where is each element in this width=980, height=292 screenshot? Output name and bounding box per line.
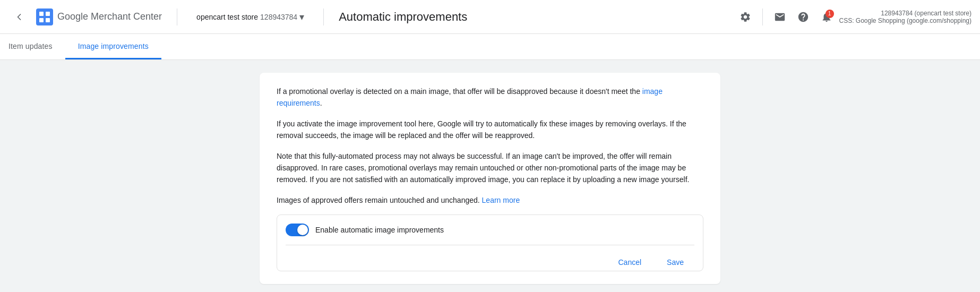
action-row: Cancel Save [286, 245, 694, 271]
chevron-down-icon: ▾ [299, 11, 304, 23]
content-card: If a promotional overlay is detected on … [260, 73, 720, 284]
paragraph-1-end: . [320, 99, 322, 107]
tabs-bar: Item updates Image improvements [0, 34, 980, 60]
account-info: 128943784 (opencart test store) CSS: Goo… [839, 10, 972, 24]
tab-item-updates[interactable]: Item updates [0, 34, 65, 59]
store-selector[interactable]: opencart test store 128943784 ▾ [192, 9, 308, 25]
header-right: 1 128943784 (opencart test store) CSS: G… [735, 6, 972, 28]
svg-rect-0 [36, 8, 53, 25]
learn-more-link[interactable]: Learn more [482, 196, 520, 204]
main-content: If a promotional overlay is detected on … [251, 60, 729, 292]
notifications-button[interactable]: 1 [816, 6, 837, 28]
paragraph-3: Note that this fully-automated process m… [277, 150, 703, 186]
tab-image-improvements-label: Image improvements [78, 42, 149, 50]
tab-item-updates-label: Item updates [8, 42, 53, 50]
google-merchant-logo-icon [36, 8, 53, 25]
store-name: opencart test store [196, 13, 258, 21]
store-id: 128943784 [260, 13, 297, 21]
settings-button[interactable] [735, 6, 756, 28]
header-divider-1 [177, 8, 177, 25]
header: Google Merchant Center opencart test sto… [0, 0, 980, 34]
paragraph-1: If a promotional overlay is detected on … [277, 85, 703, 109]
logo-area[interactable]: Google Merchant Center [36, 8, 162, 25]
svg-rect-3 [39, 18, 44, 22]
save-button[interactable]: Save [656, 254, 694, 271]
header-icon-divider [762, 8, 763, 25]
help-button[interactable] [793, 6, 814, 28]
paragraph-4: Images of approved offers remain untouch… [277, 194, 703, 206]
account-line2: CSS: Google Shopping (google.com/shoppin… [839, 17, 972, 24]
page-title: Automatic improvements [339, 10, 467, 24]
toggle-card: Enable automatic image improvements Canc… [277, 214, 703, 271]
account-line1: 128943784 (opencart test store) [839, 10, 972, 17]
logo-text: Google Merchant Center [57, 11, 162, 22]
mail-button[interactable] [769, 6, 790, 28]
paragraph-2: If you activate the image improvement to… [277, 118, 703, 142]
paragraph-1-text: If a promotional overlay is detected on … [277, 87, 642, 96]
svg-rect-2 [46, 12, 50, 16]
svg-rect-4 [46, 18, 50, 22]
toggle-row: Enable automatic image improvements [286, 215, 694, 245]
paragraph-4-text: Images of approved offers remain untouch… [277, 196, 482, 204]
notification-count: 1 [826, 10, 834, 18]
back-button[interactable] [8, 6, 30, 28]
svg-rect-1 [39, 12, 44, 16]
cancel-button[interactable]: Cancel [607, 254, 652, 271]
tab-image-improvements[interactable]: Image improvements [65, 34, 161, 59]
auto-image-improvements-toggle[interactable] [286, 224, 309, 236]
header-left: Google Merchant Center opencart test sto… [8, 6, 467, 28]
toggle-thumb [297, 225, 308, 235]
header-divider-2 [323, 8, 324, 25]
toggle-label: Enable automatic image improvements [315, 226, 444, 234]
toggle-track [286, 224, 309, 236]
